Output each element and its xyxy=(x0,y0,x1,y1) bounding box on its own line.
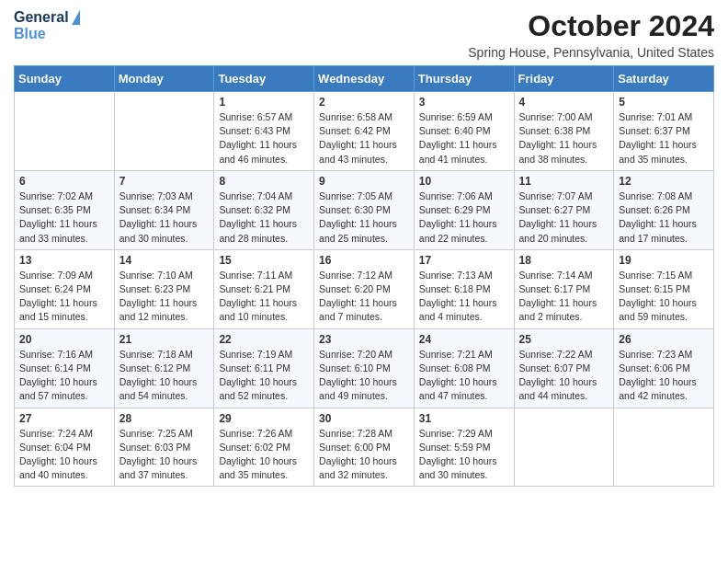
day-info: Sunrise: 7:04 AM Sunset: 6:32 PM Dayligh… xyxy=(219,190,309,246)
page: General Blue October 2024 Spring House, … xyxy=(0,0,728,496)
day-number: 21 xyxy=(119,333,210,346)
day-info: Sunrise: 7:21 AM Sunset: 6:08 PM Dayligh… xyxy=(419,348,509,404)
calendar-week-row: 20Sunrise: 7:16 AM Sunset: 6:14 PM Dayli… xyxy=(15,328,714,408)
day-number: 31 xyxy=(419,412,509,425)
day-info: Sunrise: 7:14 AM Sunset: 6:17 PM Dayligh… xyxy=(519,269,609,325)
day-number: 5 xyxy=(619,96,709,109)
day-number: 9 xyxy=(319,175,409,188)
calendar-col-header: Monday xyxy=(114,66,214,92)
day-number: 1 xyxy=(219,96,309,109)
day-number: 13 xyxy=(19,254,109,267)
calendar-cell: 9Sunrise: 7:05 AM Sunset: 6:30 PM Daylig… xyxy=(314,170,415,249)
calendar-cell xyxy=(614,408,714,487)
calendar-cell: 22Sunrise: 7:19 AM Sunset: 6:11 PM Dayli… xyxy=(214,328,314,408)
calendar-col-header: Sunday xyxy=(15,66,115,92)
day-number: 30 xyxy=(319,412,409,425)
day-info: Sunrise: 7:07 AM Sunset: 6:27 PM Dayligh… xyxy=(519,190,609,246)
day-info: Sunrise: 7:29 AM Sunset: 5:59 PM Dayligh… xyxy=(419,427,509,483)
calendar-cell: 19Sunrise: 7:15 AM Sunset: 6:15 PM Dayli… xyxy=(614,249,714,328)
day-info: Sunrise: 7:12 AM Sunset: 6:20 PM Dayligh… xyxy=(319,269,409,325)
calendar-cell: 14Sunrise: 7:10 AM Sunset: 6:23 PM Dayli… xyxy=(114,249,214,328)
day-number: 24 xyxy=(419,333,509,346)
calendar-week-row: 13Sunrise: 7:09 AM Sunset: 6:24 PM Dayli… xyxy=(15,249,714,328)
title-block: October 2024 Spring House, Pennsylvania,… xyxy=(468,9,714,60)
day-info: Sunrise: 7:19 AM Sunset: 6:11 PM Dayligh… xyxy=(219,348,309,404)
calendar-header-row: SundayMondayTuesdayWednesdayThursdayFrid… xyxy=(15,66,714,92)
calendar-col-header: Friday xyxy=(514,66,614,92)
calendar-cell: 18Sunrise: 7:14 AM Sunset: 6:17 PM Dayli… xyxy=(514,249,614,328)
calendar-week-row: 1Sunrise: 6:57 AM Sunset: 6:43 PM Daylig… xyxy=(15,92,714,171)
calendar-cell: 7Sunrise: 7:03 AM Sunset: 6:34 PM Daylig… xyxy=(114,170,214,249)
day-number: 28 xyxy=(119,412,210,425)
day-number: 27 xyxy=(19,412,109,425)
calendar-cell xyxy=(514,408,614,487)
day-number: 14 xyxy=(119,254,210,267)
location-subtitle: Spring House, Pennsylvania, United State… xyxy=(468,45,714,60)
calendar-cell: 11Sunrise: 7:07 AM Sunset: 6:27 PM Dayli… xyxy=(514,170,614,249)
day-info: Sunrise: 7:02 AM Sunset: 6:35 PM Dayligh… xyxy=(19,190,109,246)
day-info: Sunrise: 7:01 AM Sunset: 6:37 PM Dayligh… xyxy=(619,110,709,167)
day-number: 23 xyxy=(319,333,409,346)
day-info: Sunrise: 7:03 AM Sunset: 6:34 PM Dayligh… xyxy=(119,190,210,246)
day-info: Sunrise: 7:13 AM Sunset: 6:18 PM Dayligh… xyxy=(419,269,509,325)
calendar-col-header: Tuesday xyxy=(214,66,314,92)
calendar-cell: 4Sunrise: 7:00 AM Sunset: 6:38 PM Daylig… xyxy=(514,92,614,171)
day-number: 17 xyxy=(419,254,509,267)
calendar-col-header: Thursday xyxy=(414,66,514,92)
calendar-cell: 12Sunrise: 7:08 AM Sunset: 6:26 PM Dayli… xyxy=(614,170,714,249)
calendar-cell: 1Sunrise: 6:57 AM Sunset: 6:43 PM Daylig… xyxy=(214,92,314,171)
day-number: 11 xyxy=(519,175,609,188)
logo-blue: Blue xyxy=(14,26,46,42)
day-number: 26 xyxy=(619,333,709,346)
day-number: 29 xyxy=(219,412,309,425)
calendar-cell: 3Sunrise: 6:59 AM Sunset: 6:40 PM Daylig… xyxy=(414,92,514,171)
calendar-col-header: Wednesday xyxy=(314,66,415,92)
day-number: 6 xyxy=(19,175,109,188)
day-info: Sunrise: 6:58 AM Sunset: 6:42 PM Dayligh… xyxy=(319,110,409,167)
day-info: Sunrise: 7:11 AM Sunset: 6:21 PM Dayligh… xyxy=(219,269,309,325)
day-number: 16 xyxy=(319,254,409,267)
day-info: Sunrise: 7:06 AM Sunset: 6:29 PM Dayligh… xyxy=(419,190,509,246)
day-number: 12 xyxy=(619,175,709,188)
day-info: Sunrise: 7:15 AM Sunset: 6:15 PM Dayligh… xyxy=(619,269,709,325)
calendar-cell: 13Sunrise: 7:09 AM Sunset: 6:24 PM Dayli… xyxy=(15,249,115,328)
header: General Blue October 2024 Spring House, … xyxy=(14,9,714,60)
calendar-cell: 6Sunrise: 7:02 AM Sunset: 6:35 PM Daylig… xyxy=(15,170,115,249)
day-info: Sunrise: 6:59 AM Sunset: 6:40 PM Dayligh… xyxy=(419,110,509,167)
calendar-cell: 8Sunrise: 7:04 AM Sunset: 6:32 PM Daylig… xyxy=(214,170,314,249)
day-info: Sunrise: 7:26 AM Sunset: 6:02 PM Dayligh… xyxy=(219,427,309,483)
calendar-cell: 16Sunrise: 7:12 AM Sunset: 6:20 PM Dayli… xyxy=(314,249,415,328)
calendar-cell xyxy=(114,92,214,171)
day-info: Sunrise: 7:05 AM Sunset: 6:30 PM Dayligh… xyxy=(319,190,409,246)
calendar-cell: 27Sunrise: 7:24 AM Sunset: 6:04 PM Dayli… xyxy=(15,408,115,487)
day-info: Sunrise: 7:23 AM Sunset: 6:06 PM Dayligh… xyxy=(619,348,709,404)
day-info: Sunrise: 7:08 AM Sunset: 6:26 PM Dayligh… xyxy=(619,190,709,246)
day-number: 18 xyxy=(519,254,609,267)
calendar-cell: 28Sunrise: 7:25 AM Sunset: 6:03 PM Dayli… xyxy=(114,408,214,487)
calendar-cell: 10Sunrise: 7:06 AM Sunset: 6:29 PM Dayli… xyxy=(414,170,514,249)
logo: General Blue xyxy=(14,9,80,41)
calendar-cell xyxy=(15,92,115,171)
calendar-cell: 17Sunrise: 7:13 AM Sunset: 6:18 PM Dayli… xyxy=(414,249,514,328)
day-info: Sunrise: 7:16 AM Sunset: 6:14 PM Dayligh… xyxy=(19,348,109,404)
day-number: 20 xyxy=(19,333,109,346)
day-number: 2 xyxy=(319,96,409,109)
calendar-cell: 23Sunrise: 7:20 AM Sunset: 6:10 PM Dayli… xyxy=(314,328,415,408)
calendar-cell: 29Sunrise: 7:26 AM Sunset: 6:02 PM Dayli… xyxy=(214,408,314,487)
calendar-cell: 21Sunrise: 7:18 AM Sunset: 6:12 PM Dayli… xyxy=(114,328,214,408)
calendar-cell: 2Sunrise: 6:58 AM Sunset: 6:42 PM Daylig… xyxy=(314,92,415,171)
calendar-cell: 31Sunrise: 7:29 AM Sunset: 5:59 PM Dayli… xyxy=(414,408,514,487)
calendar-col-header: Saturday xyxy=(614,66,714,92)
calendar-table: SundayMondayTuesdayWednesdayThursdayFrid… xyxy=(14,65,714,487)
day-info: Sunrise: 7:09 AM Sunset: 6:24 PM Dayligh… xyxy=(19,269,109,325)
day-info: Sunrise: 7:18 AM Sunset: 6:12 PM Dayligh… xyxy=(119,348,210,404)
month-title: October 2024 xyxy=(468,9,714,43)
calendar-week-row: 27Sunrise: 7:24 AM Sunset: 6:04 PM Dayli… xyxy=(15,408,714,487)
day-number: 22 xyxy=(219,333,309,346)
day-info: Sunrise: 7:28 AM Sunset: 6:00 PM Dayligh… xyxy=(319,427,409,483)
calendar-cell: 15Sunrise: 7:11 AM Sunset: 6:21 PM Dayli… xyxy=(214,249,314,328)
calendar-cell: 25Sunrise: 7:22 AM Sunset: 6:07 PM Dayli… xyxy=(514,328,614,408)
day-info: Sunrise: 6:57 AM Sunset: 6:43 PM Dayligh… xyxy=(219,110,309,167)
calendar-cell: 5Sunrise: 7:01 AM Sunset: 6:37 PM Daylig… xyxy=(614,92,714,171)
day-info: Sunrise: 7:00 AM Sunset: 6:38 PM Dayligh… xyxy=(519,110,609,167)
